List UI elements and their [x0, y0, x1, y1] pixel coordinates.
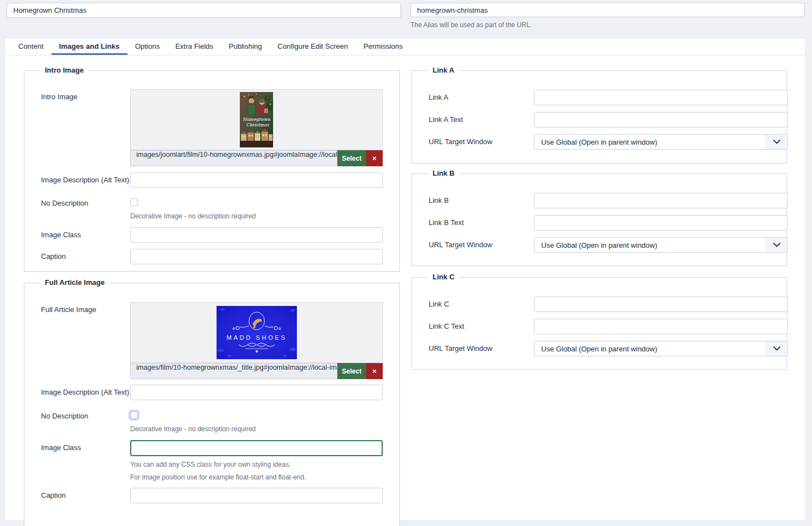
link-b-label: Link B	[429, 193, 534, 205]
madd-shoes-image: MADD SHOES	[217, 306, 297, 359]
link-b-target-label: URL Target Window	[429, 237, 534, 249]
selected-option-label: Use Global (Open in parent window)	[535, 241, 657, 249]
full-alt-label: Image Description (Alt Text)	[41, 385, 130, 396]
full-caption-label: Caption	[41, 488, 130, 499]
link-a-legend: Link A	[428, 66, 459, 74]
link-c-input[interactable]	[534, 297, 788, 312]
intro-alt-label: Image Description (Alt Text)	[41, 172, 130, 184]
homegrown-christmas-poster-image: Homegrown Christmas	[240, 92, 273, 147]
full-article-image-clear-button[interactable]: ×	[366, 363, 383, 379]
link-a-target-select[interactable]: Use Global (Open in parent window)	[534, 134, 788, 150]
full-image-class-input[interactable]	[130, 440, 383, 456]
link-b-fieldset: Link B Link B Link B Text URL Target Win…	[412, 173, 787, 266]
intro-no-description-checkbox[interactable]	[130, 198, 138, 206]
link-c-fieldset: Link C Link C Link C Text URL Target Win…	[412, 277, 787, 370]
full-no-description-label: No Description	[41, 408, 130, 420]
full-no-description-help: Decorative Image - no description requir…	[130, 425, 383, 433]
tab-options[interactable]: Options	[127, 39, 168, 55]
article-alias-input[interactable]	[410, 3, 805, 17]
link-a-target-label: URL Target Window	[429, 134, 534, 146]
article-header: The Alias will be used as part of the UR…	[7, 3, 805, 29]
link-c-legend: Link C	[428, 273, 460, 281]
intro-image-preview: Homegrown Christmas	[130, 89, 383, 150]
link-b-text-input[interactable]	[534, 215, 788, 231]
image-class-help-2: For image position use for example float…	[130, 473, 383, 481]
full-article-image-fieldset: Full Article Image Full Article Image	[24, 283, 400, 526]
image-class-help-1: You can add any CSS class for your own s…	[130, 461, 383, 468]
intro-image-clear-button[interactable]: ×	[366, 150, 383, 166]
intro-image-select-button[interactable]: Select	[337, 150, 366, 166]
link-c-target-select[interactable]: Use Global (Open in parent window)	[534, 341, 788, 356]
alias-help-text: The Alias will be used as part of the UR…	[410, 21, 805, 29]
link-c-label: Link C	[429, 297, 534, 308]
svg-text:MADD SHOES: MADD SHOES	[227, 334, 287, 341]
intro-image-class-input[interactable]	[130, 227, 383, 243]
link-b-input[interactable]	[534, 193, 788, 208]
chevron-down-icon	[766, 135, 787, 149]
link-b-legend: Link B	[428, 169, 460, 177]
tab-configure-edit-screen[interactable]: Configure Edit Screen	[270, 39, 356, 55]
selected-option-label: Use Global (Open in parent window)	[535, 138, 657, 146]
full-caption-input[interactable]	[130, 488, 383, 503]
link-c-text-label: Link C Text	[429, 319, 534, 330]
tab-images-and-links[interactable]: Images and Links	[52, 39, 127, 55]
link-b-text-label: Link B Text	[429, 215, 534, 227]
chevron-down-icon	[766, 341, 787, 356]
selected-option-label: Use Global (Open in parent window)	[535, 345, 657, 353]
link-b-target-select[interactable]: Use Global (Open in parent window)	[534, 237, 788, 253]
tab-publishing[interactable]: Publishing	[221, 39, 270, 55]
full-article-image-path-input[interactable]: images/film/10-homegrownxmas/_title.jpg#…	[130, 363, 337, 379]
tab-content[interactable]: Content	[11, 39, 52, 55]
link-a-input[interactable]	[534, 90, 788, 105]
link-a-label: Link A	[429, 90, 534, 101]
link-a-text-label: Link A Text	[429, 112, 534, 124]
link-a-text-input[interactable]	[534, 112, 788, 127]
full-article-image-legend: Full Article Image	[40, 278, 110, 287]
article-tabbar: Content Images and Links Options Extra F…	[6, 39, 805, 55]
intro-no-description-help: Decorative Image - no description requir…	[130, 212, 383, 220]
link-c-target-label: URL Target Window	[429, 341, 534, 353]
intro-image-fieldset: Intro Image Intro Image	[24, 70, 400, 272]
full-no-description-checkbox[interactable]	[130, 411, 138, 419]
full-article-image-select-button[interactable]: Select	[337, 363, 366, 379]
link-a-fieldset: Link A Link A Link A Text URL Target Win…	[412, 70, 787, 164]
intro-alt-input[interactable]	[130, 172, 383, 188]
edit-article-card: Content Images and Links Options Extra F…	[6, 39, 805, 520]
intro-image-path-input[interactable]: images/joomlart/film/10-homegrownxmas.jp…	[130, 150, 337, 166]
intro-image-class-label: Image Class	[41, 227, 130, 239]
full-article-image-label: Full Article Image	[41, 302, 130, 314]
intro-caption-input[interactable]	[130, 249, 383, 264]
intro-image-label: Intro Image	[41, 89, 130, 101]
tab-permissions[interactable]: Permissions	[356, 39, 410, 55]
intro-no-description-label: No Description	[41, 196, 130, 207]
intro-caption-label: Caption	[41, 249, 130, 261]
full-article-image-preview: MADD SHOES	[130, 302, 383, 363]
svg-text:Homegrown: Homegrown	[243, 117, 271, 122]
tab-extra-fields[interactable]: Extra Fields	[167, 39, 221, 55]
intro-image-legend: Intro Image	[40, 66, 89, 74]
clear-icon: ×	[372, 154, 377, 162]
article-title-input[interactable]	[7, 3, 401, 18]
full-image-class-label: Image Class	[41, 440, 130, 452]
link-c-text-input[interactable]	[534, 319, 788, 334]
clear-icon: ×	[372, 367, 377, 375]
svg-text:Christmas: Christmas	[246, 122, 269, 127]
chevron-down-icon	[766, 238, 787, 252]
full-alt-input[interactable]	[130, 385, 383, 400]
